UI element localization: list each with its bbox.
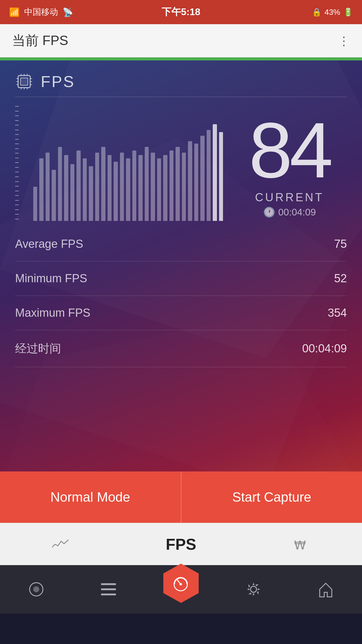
chart-bar [120, 153, 124, 221]
chart-bar [170, 150, 173, 221]
tab-w[interactable]: ₩ [241, 523, 362, 565]
nav-speedometer[interactable] [145, 565, 217, 613]
y-tick [15, 158, 19, 158]
main-content: FPS [0, 60, 362, 523]
y-tick [15, 106, 19, 107]
y-tick [15, 181, 19, 182]
title-bar: 当前 FPS ⋮ [0, 24, 362, 57]
stat-value: 52 [334, 272, 347, 285]
stat-row: 经过时间00:04:09 [15, 330, 347, 367]
accent-bar [0, 57, 362, 60]
stat-row: Average FPS75 [15, 227, 347, 261]
normal-mode-button[interactable]: Normal Mode [0, 471, 181, 523]
status-bar: 📶 中国移动 📡 下午5:18 🔒 43% 🔋 [0, 0, 362, 24]
menu-icon [99, 582, 118, 597]
y-tick [15, 214, 19, 215]
chart-bar [46, 153, 50, 221]
settings-icon [244, 580, 263, 598]
tab-chart[interactable] [0, 523, 121, 565]
chart-bar [163, 155, 167, 221]
chart-bar [138, 155, 142, 221]
y-tick [15, 200, 19, 201]
battery-text: 43% [325, 8, 340, 17]
svg-point-26 [250, 586, 257, 592]
fps-section-header: FPS [0, 60, 362, 97]
stat-label: Average FPS [15, 238, 83, 251]
bottom-buttons: Normal Mode Start Capture [0, 471, 362, 523]
svg-point-19 [33, 586, 39, 592]
current-fps-label: CURRENT [255, 191, 324, 204]
chart-bar [33, 187, 37, 221]
current-fps-value: 84 [249, 111, 330, 189]
y-tick [15, 176, 19, 177]
current-time-value: 00:04:09 [278, 207, 316, 218]
carrier-text: 中国移动 [24, 6, 58, 18]
chart-bar [64, 155, 68, 221]
battery-icon: 🔋 [343, 8, 353, 17]
fps-tab-label: FPS [166, 535, 196, 553]
chart-bar [83, 158, 87, 221]
speedometer-icon [171, 574, 191, 593]
stat-label: Maximum FPS [15, 306, 90, 319]
y-tick [15, 219, 19, 219]
start-capture-button[interactable]: Start Capture [181, 471, 362, 523]
chart-bar [126, 158, 130, 221]
y-tick [15, 111, 19, 112]
lock-icon: 🔒 [312, 8, 322, 17]
chart-bar [95, 153, 99, 221]
y-tick [15, 139, 19, 140]
current-fps-display: 84 CURRENT 🕐 00:04:09 [232, 111, 347, 221]
y-tick [15, 172, 19, 172]
chart-bar [39, 158, 43, 221]
bar-chart [33, 106, 223, 221]
stat-value: 354 [328, 306, 347, 319]
y-tick [15, 120, 19, 121]
data-section: 84 CURRENT 🕐 00:04:09 [0, 97, 362, 224]
svg-point-25 [179, 583, 182, 585]
nav-home[interactable] [289, 565, 362, 613]
stat-value: 00:04:09 [302, 342, 347, 355]
chart-bar [194, 144, 198, 221]
chart-bar [176, 147, 179, 221]
y-tick [15, 167, 19, 168]
chart-bar [114, 162, 118, 221]
nav-back[interactable] [0, 565, 73, 613]
y-tick [15, 153, 19, 154]
chart-bar [151, 153, 155, 221]
chart-bar [145, 147, 149, 221]
status-right: 🔒 43% 🔋 [312, 8, 353, 17]
chart-bar [207, 130, 211, 221]
y-tick [15, 205, 19, 205]
y-tick [15, 162, 19, 163]
chart-bar [101, 147, 105, 221]
nav-menu[interactable] [73, 565, 145, 613]
chart-bar [188, 141, 192, 221]
page-title: 当前 FPS [12, 32, 68, 50]
svg-rect-20 [101, 583, 116, 585]
chart-bar [58, 147, 62, 221]
chart-bar [132, 150, 136, 221]
y-tick [15, 134, 19, 135]
tab-fps[interactable]: FPS [121, 523, 241, 565]
clock-icon: 🕐 [263, 206, 275, 218]
y-tick [15, 115, 19, 116]
chart-bar [70, 164, 74, 221]
chart-bar [213, 124, 217, 221]
nav-settings[interactable] [217, 565, 290, 613]
stat-label: Minimum FPS [15, 272, 87, 285]
y-axis [15, 106, 24, 221]
chart-bar [89, 166, 93, 221]
y-tick [15, 125, 19, 125]
stats-section: Average FPS75Minimum FPS52Maximum FPS354… [0, 227, 362, 367]
status-time: 下午5:18 [162, 5, 200, 19]
fps-section-title: FPS [41, 73, 75, 91]
y-tick [15, 191, 19, 191]
nav-bar [0, 565, 362, 613]
svg-rect-22 [101, 594, 116, 595]
chart-tab-icon [52, 538, 69, 550]
stat-label: 经过时间 [15, 341, 61, 356]
current-fps-time: 🕐 00:04:09 [263, 206, 316, 218]
more-options-button[interactable]: ⋮ [338, 34, 350, 48]
stat-row: Maximum FPS354 [15, 296, 347, 330]
speedometer-button[interactable] [161, 564, 201, 603]
